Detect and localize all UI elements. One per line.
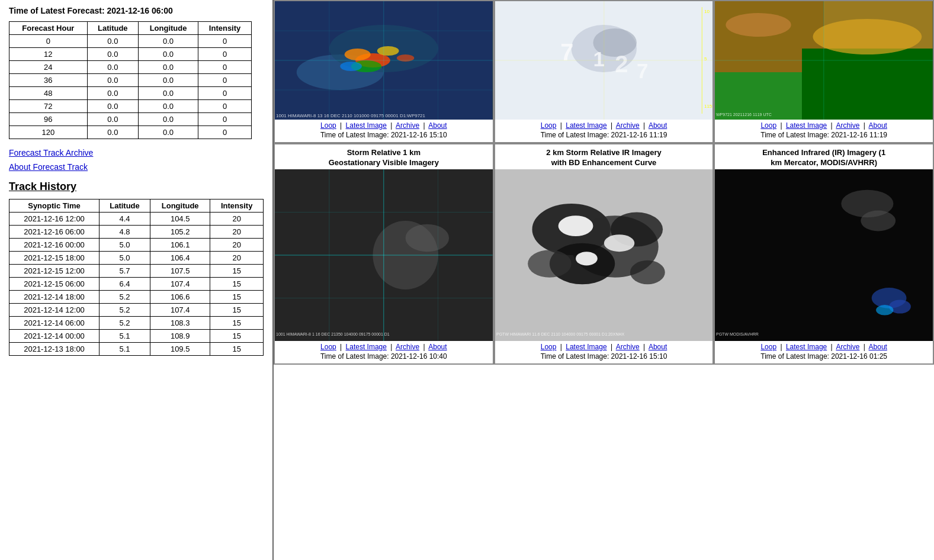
forecast-time: Time of Latest Forecast: 2021-12-16 06:0… xyxy=(9,6,264,15)
svg-text:7: 7 xyxy=(560,39,573,65)
svg-rect-36 xyxy=(802,49,933,120)
latest-link-1[interactable]: Latest Image xyxy=(346,121,387,130)
latest-link-2[interactable]: Latest Image xyxy=(566,121,606,130)
loop-link-3[interactable]: Loop xyxy=(760,121,776,130)
svg-text:PGTW HIMAWARI 11.6 DEC 2110 10: PGTW HIMAWARI 11.6 DEC 2110 104000 09175… xyxy=(496,332,625,336)
history-row: 2021-12-14 12:005.2107.415 xyxy=(9,304,264,317)
svg-text:5: 5 xyxy=(704,56,707,62)
svg-point-4 xyxy=(345,49,371,60)
svg-point-61 xyxy=(604,234,634,252)
loop-link-1[interactable]: Loop xyxy=(320,121,336,130)
image-links-2-1: Loop | Latest Image | Archive | About xyxy=(275,341,493,352)
forecast-col-lon: Longitude xyxy=(139,22,198,35)
image-links-2-2: Loop | Latest Image | Archive | About xyxy=(495,341,713,352)
svg-point-60 xyxy=(558,215,593,236)
forecast-archive-link[interactable]: Forecast Track Archive xyxy=(9,148,264,157)
image-links-1-3: Loop | Latest Image | Archive | About xyxy=(715,120,933,131)
archive-link-4[interactable]: Archive xyxy=(396,343,419,351)
left-panel: Time of Latest Forecast: 2021-12-16 06:0… xyxy=(0,0,272,560)
image-time-2-3: Time of Latest Image: 2021-12-16 01:25 xyxy=(715,352,933,363)
forecast-col-lat: Latitude xyxy=(87,22,138,35)
loop-link-6[interactable]: Loop xyxy=(760,343,776,351)
image-time-1-1: Time of Latest Image: 2021-12-16 15:10 xyxy=(275,131,493,142)
forecast-table: Forecast Hour Latitude Longitude Intensi… xyxy=(9,21,252,139)
image-title-2-2: 2 km Storm Relative IR Imagerywith BD En… xyxy=(495,144,713,169)
image-grid: 1001 HIMAWARI-8 13 16 DEC 2110 101000 09… xyxy=(274,0,934,365)
svg-text:7: 7 xyxy=(637,59,648,82)
latest-link-6[interactable]: Latest Image xyxy=(786,343,827,351)
history-col-time: Synoptic Time xyxy=(9,199,100,213)
about-link-3[interactable]: About xyxy=(869,121,887,130)
forecast-row: 360.00.00 xyxy=(9,74,252,87)
svg-text:WP9721 20211216 1119 UTC: WP9721 20211216 1119 UTC xyxy=(716,112,772,117)
about-forecast-link[interactable]: About Forecast Track xyxy=(9,162,264,172)
svg-text:1001 HIMAWARI-8 1 16 DEC 21350: 1001 HIMAWARI-8 1 16 DEC 21350 104000 09… xyxy=(276,332,390,336)
archive-link-6[interactable]: Archive xyxy=(836,343,859,351)
forecast-row: 240.00.00 xyxy=(9,61,252,74)
track-history-title: Track History xyxy=(9,181,264,193)
history-col-lon: Longitude xyxy=(150,199,210,213)
image-title-2-3: Enhanced Infrared (IR) Imagery (1km Merc… xyxy=(715,144,933,169)
about-link-2[interactable]: About xyxy=(649,121,667,130)
svg-text:2: 2 xyxy=(615,51,628,77)
history-row: 2021-12-14 06:005.2108.315 xyxy=(9,317,264,330)
latest-link-3[interactable]: Latest Image xyxy=(786,121,827,130)
svg-point-37 xyxy=(813,19,922,54)
latest-link-5[interactable]: Latest Image xyxy=(566,343,606,351)
image-cell-1-3: WP9721 20211216 1119 UTC Loop | Latest I… xyxy=(714,0,934,143)
svg-point-58 xyxy=(528,250,572,277)
image-links-2-3: Loop | Latest Image | Archive | About xyxy=(715,341,933,352)
archive-link-5[interactable]: Archive xyxy=(616,343,640,351)
satellite-image-1: 1001 HIMAWARI-8 13 16 DEC 2110 101000 09… xyxy=(275,1,493,120)
image-cell-2-3: Enhanced Infrared (IR) Imagery (1km Merc… xyxy=(714,143,934,365)
svg-point-59 xyxy=(630,260,665,284)
about-link-4[interactable]: About xyxy=(428,343,447,351)
archive-link-3[interactable]: Archive xyxy=(836,121,859,130)
forecast-row: 120.00.00 xyxy=(9,48,252,61)
forecast-row: 1200.00.00 xyxy=(9,126,252,139)
svg-text:1001 HIMAWARI-8 13 16 DEC 2110: 1001 HIMAWARI-8 13 16 DEC 2110 101000 09… xyxy=(276,113,426,118)
satellite-image-5: PGTW HIMAWARI 11.6 DEC 2110 104000 09175… xyxy=(495,169,713,341)
history-table: Synoptic Time Latitude Longitude Intensi… xyxy=(9,199,264,356)
history-row: 2021-12-16 00:005.0106.120 xyxy=(9,239,264,252)
history-row: 2021-12-14 18:005.2106.615 xyxy=(9,291,264,304)
satellite-image-3: WP9721 20211216 1119 UTC xyxy=(715,1,933,120)
loop-link-5[interactable]: Loop xyxy=(541,343,557,351)
forecast-col-intensity: Intensity xyxy=(198,22,252,35)
loop-link-2[interactable]: Loop xyxy=(541,121,557,130)
history-row: 2021-12-15 18:005.0106.420 xyxy=(9,252,264,265)
satellite-image-6: PGTW MODIS/AVHRR xyxy=(715,169,933,341)
history-row: 2021-12-15 06:006.4107.415 xyxy=(9,278,264,291)
image-links-1-2: Loop | Latest Image | Archive | About xyxy=(495,120,713,131)
image-title-2-1: Storm Relative 1 kmGeostationary Visible… xyxy=(275,144,493,169)
history-row: 2021-12-15 12:005.7107.515 xyxy=(9,265,264,278)
image-links-1-1: Loop | Latest Image | Archive | About xyxy=(275,120,493,131)
about-link-5[interactable]: About xyxy=(649,343,667,351)
archive-link-2[interactable]: Archive xyxy=(616,121,640,130)
svg-point-67 xyxy=(861,210,896,231)
image-cell-2-1: Storm Relative 1 kmGeostationary Visible… xyxy=(274,143,494,365)
image-cell-1-1: 1001 HIMAWARI-8 13 16 DEC 2110 101000 09… xyxy=(274,0,494,143)
forecast-row: 480.00.00 xyxy=(9,87,252,100)
satellite-image-2: 7 1 2 7 10 5 1155 xyxy=(495,1,713,120)
forecast-row: 960.00.00 xyxy=(9,113,252,126)
about-link-1[interactable]: About xyxy=(428,121,447,130)
history-col-lat: Latitude xyxy=(100,199,150,213)
history-row: 2021-12-14 00:005.1108.915 xyxy=(9,330,264,343)
svg-point-38 xyxy=(726,13,791,37)
archive-link-1[interactable]: Archive xyxy=(396,121,419,130)
loop-link-4[interactable]: Loop xyxy=(320,343,336,351)
image-cell-2-2: 2 km Storm Relative IR Imagerywith BD En… xyxy=(494,143,714,365)
history-row: 2021-12-13 18:005.1109.515 xyxy=(9,343,264,356)
forecast-row: 720.00.00 xyxy=(9,100,252,113)
svg-point-5 xyxy=(377,46,399,56)
svg-point-70 xyxy=(876,305,893,315)
svg-text:PGTW MODIS/AVHRR: PGTW MODIS/AVHRR xyxy=(716,332,759,336)
image-time-2-1: Time of Latest Image: 2021-12-16 10:40 xyxy=(275,352,493,363)
svg-text:1: 1 xyxy=(593,47,604,70)
svg-text:10: 10 xyxy=(704,9,710,14)
about-link-6[interactable]: About xyxy=(869,343,887,351)
svg-point-45 xyxy=(406,224,450,252)
latest-link-4[interactable]: Latest Image xyxy=(346,343,387,351)
satellite-image-4: 1001 HIMAWARI-8 1 16 DEC 21350 104000 09… xyxy=(275,169,493,341)
